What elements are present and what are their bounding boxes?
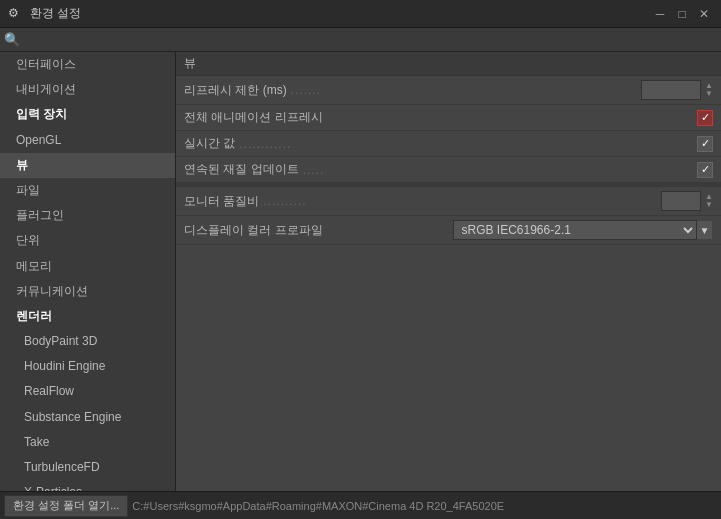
continuous-update-checkbox[interactable] — [697, 162, 713, 178]
window-title: 환경 설정 — [30, 5, 81, 22]
sidebar-item-unit[interactable]: 단위 — [0, 228, 175, 253]
sidebar-item-memory[interactable]: 메모리 — [0, 254, 175, 279]
monitor-quality-label: 모니터 품질비 .......... — [184, 193, 661, 210]
continuous-update-label: 연속된 재질 업데이트 ..... — [184, 161, 697, 178]
realtime-value-label: 실시간 값 ............ — [184, 135, 697, 152]
sidebar-item-navigation[interactable]: 내비게이션 — [0, 77, 175, 102]
color-profile-label: 디스플레이 컬러 프로파일 — [184, 222, 445, 239]
sidebar-item-xparticles[interactable]: X-Particles — [0, 480, 175, 491]
refresh-limit-row: 리프레시 제한 (ms) ....... 1000 ▲ ▼ — [176, 76, 721, 105]
sidebar-item-realflow[interactable]: RealFlow — [0, 379, 175, 404]
anim-refresh-value — [697, 110, 713, 126]
sidebar-item-interface[interactable]: 인터페이스 — [0, 52, 175, 77]
sidebar-item-render[interactable]: 렌더러 — [0, 304, 175, 329]
anim-refresh-label: 전체 애니메이션 리프레시 — [184, 109, 697, 126]
close-button[interactable]: ✕ — [695, 5, 713, 23]
anim-refresh-row: 전체 애니메이션 리프레시 — [176, 105, 721, 131]
title-bar-controls: ─ □ ✕ — [651, 5, 713, 23]
title-bar: ⚙ 환경 설정 ─ □ ✕ — [0, 0, 721, 28]
monitor-quality-spinner[interactable]: ▲ ▼ — [705, 193, 713, 209]
color-profile-control: sRGB IEC61966-2.1 ▼ — [453, 220, 714, 240]
realtime-value-checkbox[interactable] — [697, 136, 713, 152]
section-header: 뷰 — [176, 52, 721, 76]
sidebar-item-turbulencefd[interactable]: TurbulenceFD — [0, 455, 175, 480]
refresh-limit-label: 리프레시 제한 (ms) ....... — [184, 82, 641, 99]
sidebar-item-input-device[interactable]: 입력 장치 — [0, 102, 175, 127]
bottom-bar: 환경 설정 폴더 열기... C:#Users#ksgmo#AppData#Ro… — [0, 491, 721, 519]
color-profile-row: 디스플레이 컬러 프로파일 sRGB IEC61966-2.1 ▼ — [176, 216, 721, 245]
monitor-spinner-down-icon[interactable]: ▼ — [705, 201, 713, 209]
sidebar-item-opengl[interactable]: OpenGL — [0, 128, 175, 153]
search-icon: 🔍 — [4, 32, 20, 47]
content-area: 뷰 리프레시 제한 (ms) ....... 1000 ▲ ▼ 전체 애니메이션… — [176, 52, 721, 491]
sidebar-item-plugin[interactable]: 플러그인 — [0, 203, 175, 228]
continuous-update-control — [697, 162, 713, 178]
color-profile-dropdown-icon[interactable]: ▼ — [697, 220, 713, 240]
title-bar-left: ⚙ 환경 설정 — [8, 5, 81, 22]
sidebar-item-take[interactable]: Take — [0, 430, 175, 455]
sidebar-item-communication[interactable]: 커뮤니케이션 — [0, 279, 175, 304]
sidebar-item-bodypaint[interactable]: BodyPaint 3D — [0, 329, 175, 354]
sidebar-item-substance[interactable]: Substance Engine — [0, 405, 175, 430]
maximize-button[interactable]: □ — [673, 5, 691, 23]
monitor-quality-value: 1 ▲ ▼ — [661, 191, 713, 211]
refresh-limit-value: 1000 ▲ ▼ — [641, 80, 713, 100]
open-folder-button[interactable]: 환경 설정 폴더 열기... — [4, 495, 128, 517]
continuous-update-row: 연속된 재질 업데이트 ..... — [176, 157, 721, 183]
monitor-quality-row: 모니터 품질비 .......... 1 ▲ ▼ — [176, 187, 721, 216]
refresh-limit-input[interactable]: 1000 — [641, 80, 701, 100]
folder-path: C:#Users#ksgmo#AppData#Roaming#MAXON#Cin… — [132, 500, 504, 512]
sidebar-item-file[interactable]: 파일 — [0, 178, 175, 203]
sidebar-item-view[interactable]: 뷰 — [0, 153, 175, 178]
monitor-quality-input[interactable]: 1 — [661, 191, 701, 211]
main-layout: 인터페이스내비게이션입력 장치OpenGL뷰파일플러그인단위메모리커뮤니케이션렌… — [0, 52, 721, 491]
search-bar: 🔍 — [0, 28, 721, 52]
minimize-button[interactable]: ─ — [651, 5, 669, 23]
sidebar-item-houdini[interactable]: Houdini Engine — [0, 354, 175, 379]
sidebar: 인터페이스내비게이션입력 장치OpenGL뷰파일플러그인단위메모리커뮤니케이션렌… — [0, 52, 176, 491]
realtime-value-control — [697, 136, 713, 152]
refresh-limit-spinner[interactable]: ▲ ▼ — [705, 82, 713, 98]
color-profile-select[interactable]: sRGB IEC61966-2.1 — [453, 220, 698, 240]
app-icon: ⚙ — [8, 6, 24, 22]
search-input[interactable] — [24, 33, 717, 47]
realtime-value-row: 실시간 값 ............ — [176, 131, 721, 157]
anim-refresh-checkbox[interactable] — [697, 110, 713, 126]
spinner-down-icon[interactable]: ▼ — [705, 90, 713, 98]
